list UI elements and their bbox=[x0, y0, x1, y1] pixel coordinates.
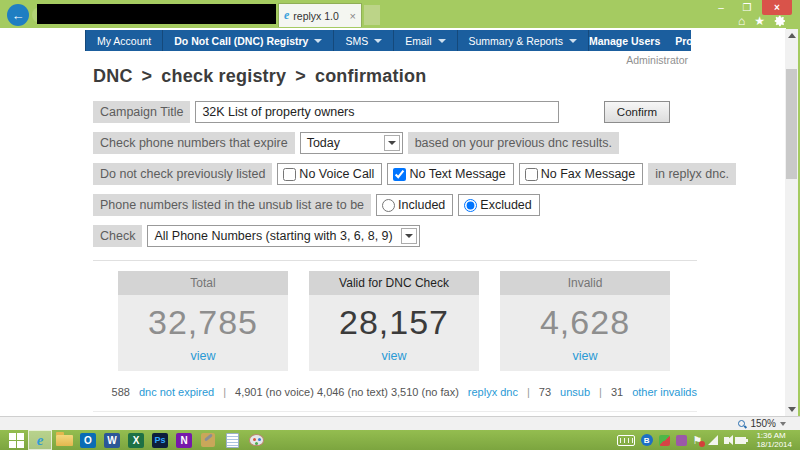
other-invalids-link[interactable]: other invalids bbox=[632, 386, 697, 398]
expire-label: Check phone numbers that expire bbox=[93, 132, 295, 154]
separator: | bbox=[223, 386, 226, 398]
radio-excluded[interactable]: Excluded bbox=[458, 194, 539, 216]
checkbox-no-fax-message[interactable]: No Fax Message bbox=[519, 163, 643, 185]
checkbox-no-voice-call[interactable]: No Voice Call bbox=[277, 163, 382, 185]
tray-app-icon[interactable] bbox=[676, 435, 687, 446]
breadcrumb: DNC>check registry>confirmation bbox=[93, 66, 697, 87]
magnifier-icon bbox=[738, 420, 746, 428]
network-signal-icon[interactable] bbox=[708, 435, 718, 445]
nav-item-sms[interactable]: SMS bbox=[334, 30, 394, 51]
start-button[interactable] bbox=[4, 430, 28, 450]
no-text-message-checkbox[interactable] bbox=[393, 168, 406, 181]
view-link-invalid[interactable]: view bbox=[572, 349, 597, 363]
radio-included[interactable]: Included bbox=[376, 194, 453, 216]
breadcrumb-separator: > bbox=[295, 66, 306, 86]
stat-value: 32,785 bbox=[118, 295, 288, 349]
speaker-icon[interactable] bbox=[724, 437, 729, 444]
scrollbar-thumb[interactable] bbox=[786, 69, 797, 179]
tab-close-icon[interactable]: × bbox=[350, 10, 356, 22]
no-voice-call-checkbox[interactable] bbox=[283, 168, 296, 181]
chevron-down-icon bbox=[374, 39, 382, 43]
stat-title: Total bbox=[118, 271, 288, 295]
nav-item-manage-users[interactable]: Manage Users bbox=[589, 35, 660, 47]
excluded-radio[interactable] bbox=[464, 199, 477, 212]
nav-item-summary-reports[interactable]: Summary & Reports bbox=[458, 30, 590, 51]
check-select[interactable]: All Phone Numbers (starting with 3, 6, 8… bbox=[147, 225, 419, 247]
view-link-total[interactable]: view bbox=[190, 349, 215, 363]
taskbar-notepad[interactable] bbox=[220, 430, 244, 450]
touch-keyboard-icon[interactable] bbox=[617, 435, 635, 446]
folder-icon bbox=[56, 435, 73, 446]
no-fax-message-checkbox[interactable] bbox=[525, 168, 538, 181]
form-row-campaign-title: Campaign Title Confirm bbox=[93, 101, 697, 123]
previously-listed-label: Do not check previously listed bbox=[93, 163, 272, 185]
bluetooth-icon[interactable]: B bbox=[641, 434, 653, 446]
close-button[interactable]: × bbox=[762, 0, 792, 15]
dnc-not-expired-link[interactable]: dnc not expired bbox=[139, 386, 214, 398]
replyx-dnc-counts: 4,901 (no voice) 4,046 (no text) 3,510 (… bbox=[235, 386, 459, 398]
select-dropdown-button[interactable] bbox=[401, 228, 417, 244]
taskbar: e O W X Ps N B ⚑ 1:36 AM 18/1/2014 bbox=[0, 430, 800, 450]
included-radio[interactable] bbox=[382, 199, 395, 212]
unsub-link[interactable]: unsub bbox=[560, 386, 590, 398]
expire-suffix-label: based on your previous dnc results. bbox=[408, 132, 619, 154]
separator: | bbox=[599, 386, 602, 398]
expire-select[interactable]: Today bbox=[300, 132, 403, 154]
action-center-flag-icon[interactable]: ⚑ bbox=[693, 435, 703, 446]
breadcrumb-dnc[interactable]: DNC bbox=[93, 66, 133, 86]
taskbar-internet-explorer[interactable]: e bbox=[28, 430, 52, 450]
back-button[interactable]: ← bbox=[7, 4, 29, 26]
chevron-down-icon bbox=[405, 234, 413, 238]
tab-title: replyx 1.0 bbox=[293, 10, 345, 22]
taskbar-paint[interactable] bbox=[244, 430, 268, 450]
browser-tab[interactable]: e replyx 1.0 × bbox=[278, 3, 362, 27]
onenote-icon: N bbox=[176, 433, 192, 448]
settings-gear-icon[interactable] bbox=[774, 15, 786, 27]
scroll-down-button[interactable] bbox=[785, 403, 798, 416]
stat-title: Valid for DNC Check bbox=[309, 271, 479, 295]
confirm-button[interactable]: Confirm bbox=[604, 101, 670, 123]
stat-box-invalid: Invalid 4,628 view bbox=[500, 271, 670, 371]
clock-date: 18/1/2014 bbox=[756, 440, 792, 450]
maximize-button[interactable]: ❐ bbox=[736, 0, 758, 15]
user-role-label: Administrator bbox=[626, 54, 688, 66]
minimize-button[interactable]: – bbox=[710, 0, 732, 15]
excel-icon: X bbox=[128, 433, 144, 448]
campaign-title-input[interactable] bbox=[195, 101, 559, 123]
nav-item-email[interactable]: Email bbox=[394, 30, 457, 51]
taskbar-word[interactable]: W bbox=[100, 430, 124, 450]
scroll-up-button[interactable] bbox=[785, 29, 798, 42]
select-dropdown-button[interactable] bbox=[384, 135, 400, 151]
unsub-label: Phone numbers listed in the unsub list a… bbox=[93, 194, 371, 216]
address-bar-redacted[interactable] bbox=[37, 4, 276, 24]
paint-palette-icon bbox=[249, 434, 264, 446]
taskbar-excel[interactable]: X bbox=[124, 430, 148, 450]
nav-item-settings[interactable]: Settings bbox=[723, 35, 764, 47]
replyx-dnc-link[interactable]: replyx dnc bbox=[468, 386, 518, 398]
taskbar-file-explorer[interactable] bbox=[52, 430, 76, 450]
breadcrumb-check-registry[interactable]: check registry bbox=[161, 66, 286, 86]
battery-icon[interactable] bbox=[735, 437, 746, 444]
taskbar-photoshop[interactable]: Ps bbox=[148, 430, 172, 450]
divider bbox=[93, 260, 697, 261]
stat-title: Invalid bbox=[500, 271, 670, 295]
home-icon[interactable]: ⌂ bbox=[738, 14, 745, 28]
vertical-scrollbar[interactable] bbox=[785, 29, 798, 416]
taskbar-admin-tools[interactable] bbox=[196, 430, 220, 450]
zoom-control[interactable]: 150% bbox=[738, 418, 786, 429]
taskbar-outlook[interactable]: O bbox=[76, 430, 100, 450]
chevron-down-icon bbox=[780, 422, 786, 426]
main-navbar: My Account Do Not Call (DNC) Registry SM… bbox=[85, 30, 691, 51]
stat-box-valid: Valid for DNC Check 28,157 view bbox=[309, 271, 479, 371]
taskbar-onenote[interactable]: N bbox=[172, 430, 196, 450]
taskbar-clock[interactable]: 1:36 AM 18/1/2014 bbox=[756, 431, 792, 450]
view-link-valid[interactable]: view bbox=[381, 349, 406, 363]
favorites-star-icon[interactable]: ★ bbox=[754, 14, 765, 28]
nav-item-my-account[interactable]: My Account bbox=[85, 30, 163, 51]
nav-item-dnc-registry[interactable]: Do Not Call (DNC) Registry bbox=[163, 30, 334, 51]
checkbox-no-text-message[interactable]: No Text Message bbox=[387, 163, 513, 185]
form-row-check: Check All Phone Numbers (starting with 3… bbox=[93, 225, 697, 247]
nav-item-profile[interactable]: Profile bbox=[675, 35, 708, 47]
tray-app-icon[interactable] bbox=[659, 435, 670, 446]
new-tab-button[interactable] bbox=[364, 5, 380, 25]
